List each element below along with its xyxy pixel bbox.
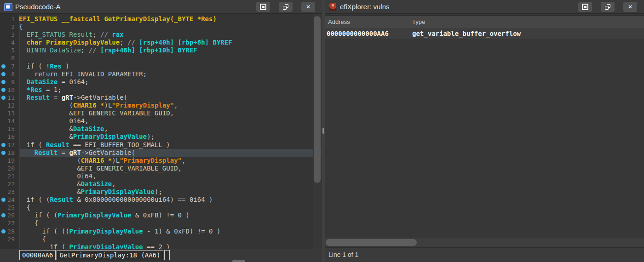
code-text: if ( ((PrimaryDisplayValue - 1) & 0xFD) … [17,228,220,235]
address-marker-dot [1,229,6,234]
code-line[interactable]: 11 Result = gRT->GetVariable( [0,94,322,102]
cell-address: 0000000000000AA6 [327,28,389,39]
window-buttons: ✕ [256,2,315,12]
address-marker-empty [1,190,6,194]
code-line[interactable]: 14 0i64, [0,117,322,125]
code-line[interactable]: 27 { [0,219,322,227]
vulns-statusbar: Line 1 of 1 [325,247,644,262]
code-line[interactable]: 13 &EFI_GENERIC_VARIABLE_GUID, [0,109,322,117]
code-line[interactable]: 12 (CHAR16 *)L"PrimaryDisplay", [0,102,322,109]
code-line[interactable]: 2{ [0,23,322,31]
address-marker-dot [1,64,6,68]
restore-button[interactable] [601,2,615,12]
vulns-title: efiXplorer: vulns [340,0,390,14]
code-text: return EFI_INVALID_PARAMETER; [17,70,147,78]
pseudocode-statusbar: 00000AA6 GetPrimaryDisplay:18 (AA6) [0,249,322,262]
splitter-handle-icon [322,128,324,134]
code-text: { [17,219,38,227]
vulns-pane: efiXplorer: vulns ✕ Address Type 0000000… [325,0,644,262]
table-body: 0000000000000AA6get_variable_buffer_over… [325,28,644,39]
window-buttons: ✕ [578,2,637,12]
code-text: &PrimaryDisplayValue); [17,188,162,195]
code-text: 0i64, [17,172,97,180]
close-icon: ✕ [628,2,632,12]
code-line[interactable]: 29 { [0,235,322,243]
table-header: Address Type [325,15,644,28]
code-text: if ( Result == EFI_BUFFER_TOO_SMALL ) [17,141,170,148]
ida-window: Pseudocode-A ✕ 1EFI_STATUS __fastcall Ge… [0,0,644,262]
code-text: &DataSize, [17,125,108,132]
code-text: &EFI_GENERIC_VARIABLE_GUID, [17,165,182,172]
address-marker-dot [1,72,6,76]
pseudocode-icon [4,3,12,11]
code-line[interactable]: 4 char PrimaryDisplayValue; // [rsp+40h]… [0,39,322,46]
code-line[interactable]: 5 UINTN DataSize; // [rsp+48h] [rbp+10h]… [0,46,322,54]
position-box: GetPrimaryDisplay:18 (AA6) [57,250,163,260]
address-marker-dot [1,96,6,100]
code-line[interactable]: 1EFI_STATUS __fastcall GetPrimaryDisplay… [0,15,322,23]
code-text: (CHAR16 *)L"PrimaryDisplay", [17,157,185,164]
code-text: EFI_STATUS __fastcall GetPrimaryDisplay(… [17,15,217,23]
code-text: &DataSize, [17,180,116,188]
code-line[interactable]: 21 0i64, [0,172,322,180]
code-line[interactable]: 24 if ( (Result & 0x8000000000000000ui64… [0,196,322,204]
code-text: EFI_STATUS Result; // rax [17,31,124,38]
code-text: char PrimaryDisplayValue; // [rsp+40h] [… [17,39,232,46]
horizontal-scrollbar-peek[interactable] [232,260,245,262]
horizontal-scrollbar-thumb[interactable] [326,239,417,246]
code-line[interactable]: 8 return EFI_INVALID_PARAMETER; [0,70,322,78]
maximize-button[interactable] [256,2,270,12]
code-text: *Res = 1; [17,86,62,93]
code-line[interactable]: 19 (CHAR16 *)L"PrimaryDisplay", [0,157,322,165]
address-marker-empty [1,159,6,163]
maximize-icon [582,4,588,10]
code-lines: 1EFI_STATUS __fastcall GetPrimaryDisplay… [0,15,322,249]
close-button[interactable]: ✕ [623,2,637,12]
maximize-icon [260,4,266,10]
vulns-titlebar[interactable]: efiXplorer: vulns ✕ [325,0,644,14]
code-text: { [17,204,30,211]
table-row[interactable]: 0000000000000AA6get_variable_buffer_over… [325,28,644,39]
maximize-button[interactable] [578,2,592,12]
close-button[interactable]: ✕ [301,2,315,12]
vertical-scrollbar[interactable] [313,14,322,249]
code-line[interactable]: 22 &DataSize, [0,180,322,188]
code-line[interactable]: 17 if ( Result == EFI_BUFFER_TOO_SMALL ) [0,141,322,149]
code-text: if ( (Result & 0x8000000000000000ui64) =… [17,196,213,203]
pseudocode-view[interactable]: 1EFI_STATUS __fastcall GetPrimaryDisplay… [0,14,322,249]
code-text: &EFI_GENERIC_VARIABLE_GUID, [17,109,174,117]
code-line[interactable]: 16 &PrimaryDisplayValue); [0,133,322,141]
address-marker-empty [1,166,6,171]
code-line[interactable]: 10 *Res = 1; [0,86,322,94]
code-line[interactable]: 26 if ( (PrimaryDisplayValue & 0xFB) != … [0,211,322,219]
code-line[interactable]: 7 if ( !Res ) [0,63,322,70]
column-header-type[interactable]: Type [412,16,425,28]
code-line[interactable]: 25 { [0,204,322,211]
pseudocode-titlebar[interactable]: Pseudocode-A ✕ [0,0,322,14]
close-icon: ✕ [306,2,310,12]
code-line[interactable]: 9 DataSize = 0i64; [0,78,322,86]
address-marker-empty [1,237,6,241]
vertical-scrollbar-thumb[interactable] [314,16,321,183]
code-text: { [17,235,46,243]
line-count: Line 1 of 1 [328,251,358,258]
code-line[interactable]: 18 Result = gRT->GetVariable( [0,149,322,157]
code-line[interactable]: 6 [0,54,322,62]
code-line[interactable]: 20 &EFI_GENERIC_VARIABLE_GUID, [0,165,322,172]
code-line[interactable]: 28 if ( ((PrimaryDisplayValue - 1) & 0xF… [0,228,322,235]
restore-button[interactable] [279,2,293,12]
address-marker-dot [1,151,6,155]
code-text [17,54,19,62]
code-line[interactable]: 23 &PrimaryDisplayValue); [0,188,322,196]
horizontal-scrollbar[interactable] [325,238,644,247]
code-text: Result = gRT->GetVariable( [17,149,135,156]
code-line[interactable]: 3 EFI_STATUS Result; // rax [0,31,322,39]
address-marker-empty [1,174,6,178]
code-line[interactable]: if ( PrimaryDisplayValue == 2 ) [0,243,322,249]
address-marker-empty [1,103,6,108]
address-marker-empty [1,245,6,249]
column-header-address[interactable]: Address [328,16,350,28]
code-line[interactable]: 15 &DataSize, [0,125,322,133]
restore-icon [283,4,288,10]
empty-box [164,250,170,260]
